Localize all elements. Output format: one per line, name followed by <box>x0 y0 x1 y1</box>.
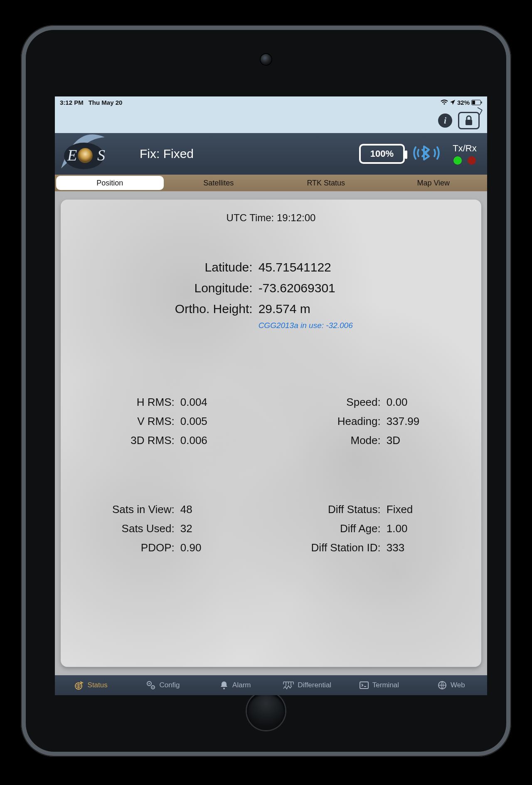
utc-value: 19:12:00 <box>277 212 315 223</box>
speed-value: 0.00 <box>387 392 477 412</box>
nav-label: Alarm <box>232 681 251 689</box>
svg-point-13 <box>223 688 225 689</box>
satsused-value: 32 <box>180 519 271 538</box>
speed-label: Speed: <box>271 392 387 412</box>
diffage-value: 1.00 <box>387 519 477 538</box>
nav-alarm[interactable]: Alarm <box>199 680 271 690</box>
receiver-battery-value: 100% <box>370 148 394 159</box>
tab-label: Position <box>96 179 123 188</box>
lock-icon <box>464 115 473 126</box>
tab-label: Map View <box>417 179 450 188</box>
lat-value: 45.71541122 <box>259 257 481 278</box>
txrx-label: Tx/Rx <box>448 143 481 154</box>
satsview-value: 48 <box>180 500 271 519</box>
differential-icon <box>283 680 294 690</box>
svg-text:E: E <box>67 146 77 164</box>
pdop-label: PDOP: <box>65 538 180 557</box>
nav-differential[interactable]: Differential <box>271 680 343 690</box>
web-icon <box>437 680 447 690</box>
tab-map-view[interactable]: Map View <box>380 175 488 191</box>
3drms-label: 3D RMS: <box>65 431 180 450</box>
position-card: UTC Time: 19:12:00 Latitude:45.71541122 … <box>61 200 481 667</box>
bluetooth-signal-icon <box>413 141 440 166</box>
heading-value: 337.99 <box>387 412 477 431</box>
svg-point-12 <box>153 687 153 688</box>
topbar: i <box>55 108 487 133</box>
svg-point-10 <box>149 683 150 684</box>
pdop-value: 0.90 <box>180 538 271 557</box>
terminal-icon <box>359 680 369 690</box>
tab-satellites[interactable]: Satellites <box>165 175 273 191</box>
nav-label: Status <box>88 681 108 689</box>
content-stage: UTC Time: 19:12:00 Latitude:45.71541122 … <box>55 191 487 675</box>
bottom-nav: Status Config Alarm Differential Termina… <box>55 675 487 695</box>
svg-rect-3 <box>466 120 472 125</box>
geoid-note: CGG2013a in use: -32.006 <box>259 321 481 330</box>
svg-rect-2 <box>481 101 482 104</box>
vrms-value: 0.005 <box>180 412 271 431</box>
svg-rect-14 <box>360 682 368 689</box>
ios-battery-percent: 32% <box>457 99 470 106</box>
fix-status-label: Fix: Fixed <box>140 147 194 161</box>
app-header: E S Fix: Fixed 100% <box>55 133 487 175</box>
screen: 3:12 PM Thu May 20 32% i <box>55 96 487 695</box>
info-button[interactable]: i <box>438 114 452 128</box>
nav-label: Config <box>159 681 180 689</box>
home-button[interactable] <box>247 692 285 730</box>
diffstation-label: Diff Station ID: <box>271 538 387 557</box>
svg-text:S: S <box>97 146 105 164</box>
nav-terminal[interactable]: Terminal <box>343 680 415 690</box>
tx-indicator-dot <box>453 156 462 165</box>
location-icon <box>450 99 456 105</box>
globe-icon <box>74 680 84 690</box>
hrms-value: 0.004 <box>180 392 271 412</box>
nav-config[interactable]: Config <box>127 680 199 690</box>
heading-label: Heading: <box>271 412 387 431</box>
coordinates-block: Latitude:45.71541122 Longitude:-73.62069… <box>61 257 481 330</box>
utc-label: UTC Time: <box>227 212 274 223</box>
gear-icon <box>146 680 156 690</box>
satsview-label: Sats in View: <box>65 500 180 519</box>
hrms-label: H RMS: <box>65 392 180 412</box>
diffstatus-label: Diff Status: <box>271 500 387 519</box>
ipad-bezel: 3:12 PM Thu May 20 32% i <box>26 30 506 752</box>
metrics-row-2: Sats in View:48 Sats Used:32 PDOP:0.90 D… <box>61 500 481 557</box>
svg-rect-1 <box>472 101 475 104</box>
front-camera <box>261 54 271 65</box>
tab-rtk-status[interactable]: RTK Status <box>272 175 380 191</box>
diffstatus-value: Fixed <box>387 500 477 519</box>
txrx-indicator: Tx/Rx <box>448 143 481 165</box>
receiver-battery: 100% <box>359 144 405 164</box>
utc-time: UTC Time: 19:12:00 <box>61 212 481 224</box>
nav-status[interactable]: Status <box>55 680 127 690</box>
lon-label: Longitude: <box>61 278 259 299</box>
ortho-value: 29.574 m <box>259 299 481 319</box>
battery-icon <box>471 100 482 105</box>
tab-label: RTK Status <box>307 179 345 188</box>
ios-status-bar: 3:12 PM Thu May 20 32% <box>55 96 487 108</box>
app-logo: E S <box>55 133 130 175</box>
vrms-label: V RMS: <box>65 412 180 431</box>
mode-label: Mode: <box>271 431 387 450</box>
diffage-label: Diff Age: <box>271 519 387 538</box>
lat-label: Latitude: <box>61 257 259 278</box>
ipad-frame: 3:12 PM Thu May 20 32% i <box>21 25 511 757</box>
tab-position[interactable]: Position <box>56 176 164 190</box>
ios-time: 3:12 PM <box>60 99 84 106</box>
wifi-icon <box>441 99 448 105</box>
lon-value: -73.62069301 <box>259 278 481 299</box>
svg-point-5 <box>78 148 93 163</box>
mode-value: 3D <box>387 431 477 450</box>
rx-indicator-dot <box>468 156 476 165</box>
sub-tabs: Position Satellites RTK Status Map View <box>55 175 487 191</box>
metrics-row-1: H RMS:0.004 V RMS:0.005 3D RMS:0.006 Spe… <box>61 392 481 450</box>
nav-label: Differential <box>298 681 331 689</box>
nav-label: Terminal <box>372 681 399 689</box>
nav-label: Web <box>451 681 465 689</box>
nav-web[interactable]: Web <box>415 680 487 690</box>
3drms-value: 0.006 <box>180 431 271 450</box>
ortho-label: Ortho. Height: <box>61 299 259 319</box>
diffstation-value: 333 <box>387 538 477 557</box>
orientation-lock-button[interactable] <box>458 112 480 129</box>
ios-date: Thu May 20 <box>89 99 123 106</box>
